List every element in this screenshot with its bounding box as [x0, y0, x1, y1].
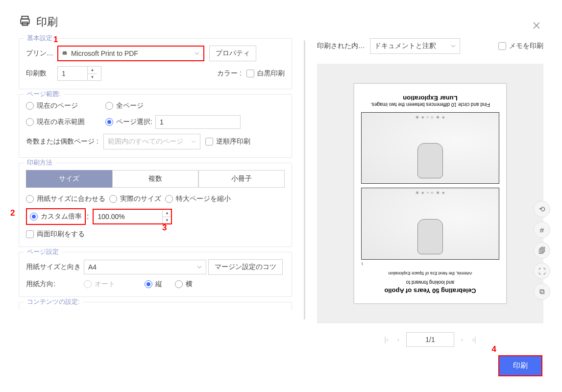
preview-image-2: [361, 112, 499, 184]
pager: |‹ ‹ 1/1 › ›|: [317, 332, 543, 347]
dialog-title: 印刷: [36, 15, 58, 29]
copies-input[interactable]: [58, 67, 87, 80]
radio-current-view[interactable]: 現在の表示範囲: [26, 118, 85, 126]
range-legend: ページ範囲:: [24, 90, 64, 98]
tool-bookmark-icon[interactable]: 🗐: [534, 242, 550, 259]
bw-checkbox[interactable]: 白黒印刷: [246, 69, 285, 78]
printer-icon: [19, 15, 36, 29]
preview-image-1: [361, 188, 499, 260]
page-indicator: 1/1: [406, 332, 454, 347]
color-label: カラー :: [217, 69, 242, 78]
svg-point-5: [66, 53, 66, 53]
page-select-input[interactable]: [155, 115, 241, 129]
custom-scale-input[interactable]: [94, 210, 162, 223]
preview-pagenum-top: 1: [361, 262, 499, 266]
tool-rotate-icon[interactable]: ⟲: [534, 201, 550, 218]
chevron-down-icon: [191, 138, 196, 146]
margin-tips-button[interactable]: マージン設定のコツ: [208, 259, 283, 275]
tool-number-icon[interactable]: #: [534, 221, 550, 238]
annotation-2: 2: [10, 208, 15, 218]
orientation-label: 用紙方向:: [26, 280, 84, 289]
preview-panel: 印刷された内… ドキュメントと注釈 メモを印刷 Celebrating 50 Y…: [317, 38, 543, 347]
close-button[interactable]: [532, 21, 541, 32]
chevron-down-icon: [197, 263, 202, 271]
tab-multiple[interactable]: 複数: [112, 170, 198, 188]
dialog-footer: 4 印刷: [498, 355, 542, 376]
chevron-down-icon: [195, 49, 199, 57]
duplex-checkbox[interactable]: 両面印刷をする: [26, 230, 85, 239]
custom-scale-spinner[interactable]: ▲▼: [93, 209, 172, 224]
radio-auto[interactable]: オート: [84, 280, 115, 289]
page-legend: ページ設定: [24, 247, 62, 256]
printed-content-label: 印刷された内…: [317, 42, 365, 50]
spin-down-icon[interactable]: ▼: [163, 217, 171, 224]
radio-all-pages[interactable]: 全ページ: [105, 101, 144, 110]
chevron-down-icon: [451, 42, 456, 50]
annotation-4: 4: [492, 344, 496, 354]
tool-crop-icon[interactable]: ⛶: [534, 263, 550, 279]
spin-down-icon[interactable]: ▼: [88, 74, 97, 81]
tool-scan-icon[interactable]: ⧉: [534, 283, 550, 300]
radio-custom-scale[interactable]: カスタム倍率: [26, 208, 86, 225]
radio-current-page[interactable]: 現在のページ: [26, 101, 78, 110]
copies-label: 印刷数: [26, 69, 57, 78]
content-legend: コンテンツの設定:: [24, 297, 83, 306]
dialog-header: 印刷: [19, 15, 543, 29]
preview-title: Lunar Exploration: [361, 95, 499, 102]
preview-tools: ⟲ # 🗐 ⛶ ⧉: [534, 201, 550, 300]
preview-foot-small: and looking forward to: [361, 280, 499, 285]
paper-size-label: 用紙サイズと向き: [26, 263, 84, 271]
printer-small-icon: [62, 49, 67, 57]
print-preview: Celebrating 50 Years of Apollo and looki…: [317, 64, 543, 323]
printer-label: プリン…: [26, 49, 57, 58]
next-page-icon[interactable]: ›: [459, 334, 465, 345]
page-setup-group: ページ設定 用紙サイズと向き A4 マージン設定のコツ 用紙方向: オート 縦 …: [19, 252, 292, 297]
content-settings-group: コンテンツの設定:: [19, 302, 292, 310]
printer-select[interactable]: Microsoft Print to PDF: [57, 46, 204, 61]
copies-spinner[interactable]: ▲▼: [57, 66, 101, 81]
printed-content-select[interactable]: ドキュメントと注釈: [370, 38, 460, 54]
basic-settings-group: 基本設定 1 プリン… Microsoft Print to PDF プロパティ…: [19, 38, 292, 89]
annotation-1: 1: [53, 35, 58, 45]
print-button[interactable]: 印刷: [498, 355, 542, 376]
divider: [304, 40, 305, 319]
print-method-group: 印刷方法 サイズ 複数 小冊子 用紙サイズに合わせる 実際のサイズ 特大ページを…: [19, 163, 292, 247]
radio-portrait[interactable]: 縦: [145, 280, 162, 289]
radio-landscape[interactable]: 横: [175, 280, 193, 289]
odd-even-label: 奇数または偶数ページ :: [26, 137, 98, 146]
reverse-checkbox[interactable]: 逆順序印刷: [205, 137, 250, 146]
subset-select[interactable]: 範囲内のすべてのページ: [103, 134, 200, 149]
print-dialog: 印刷 基本設定 1 プリン… Microsoft Print to PDF プロ…: [0, 0, 562, 392]
tab-booklet[interactable]: 小冊子: [198, 170, 285, 188]
prev-page-icon[interactable]: ‹: [395, 334, 402, 345]
properties-button[interactable]: プロパティ: [209, 46, 256, 61]
radio-page-select[interactable]: ページ選択:: [105, 118, 152, 126]
paper-size-select[interactable]: A4: [84, 260, 206, 274]
preview-page: Celebrating 50 Years of Apollo and looki…: [354, 83, 507, 304]
print-memo-checkbox[interactable]: メモを印刷: [498, 42, 543, 50]
spin-up-icon[interactable]: ▲: [163, 210, 171, 217]
basic-legend: 基本設定: [24, 34, 55, 43]
method-legend: 印刷方法: [24, 158, 55, 167]
preview-sub: Find and circle 10 differences between t…: [361, 102, 499, 107]
preview-foot-title: Celebrating 50 Years of Apollo: [361, 287, 499, 294]
first-page-icon[interactable]: |‹: [382, 334, 390, 345]
preview-foot-sub: Artemis, the Next Era of Space Explorati…: [361, 271, 499, 276]
radio-fit[interactable]: 用紙サイズに合わせる: [26, 195, 105, 203]
settings-panel: 基本設定 1 プリン… Microsoft Print to PDF プロパティ…: [19, 38, 292, 347]
page-range-group: ページ範囲: 現在のページ 全ページ 現在の表示範囲 ページ選択: 奇数または偶…: [19, 94, 292, 158]
last-page-icon[interactable]: ›|: [470, 334, 478, 345]
radio-shrink[interactable]: 特大ページを縮小: [165, 195, 231, 203]
annotation-3: 3: [162, 223, 167, 233]
tab-size[interactable]: サイズ: [26, 170, 112, 188]
spin-up-icon[interactable]: ▲: [88, 67, 97, 74]
radio-actual[interactable]: 実際のサイズ: [109, 195, 161, 203]
